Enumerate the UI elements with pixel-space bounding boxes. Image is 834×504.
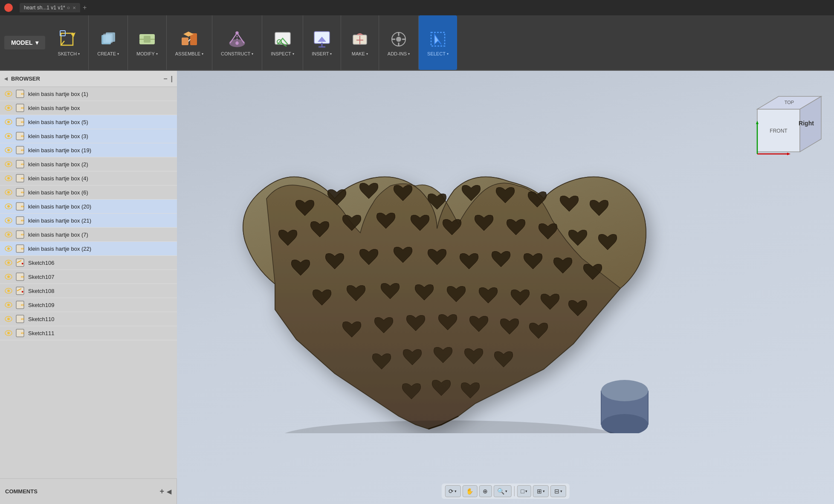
svg-point-27: [396, 37, 401, 42]
modify-button[interactable]: MODIFY ▾: [133, 27, 161, 58]
create-icon: [98, 29, 119, 49]
make-button[interactable]: MAKE ▾: [346, 27, 374, 58]
browser-item-2[interactable]: ✏klein basis hartje box: [0, 101, 177, 115]
orbit-button[interactable]: ⟳ ▾: [445, 485, 460, 497]
tab-close-button[interactable]: ✕: [72, 6, 76, 10]
grid-button[interactable]: ⊞ ▾: [533, 485, 549, 497]
comments-bar: COMMENTS + ◀: [0, 478, 177, 504]
assemble-icon: [179, 29, 200, 49]
3d-viewport[interactable]: Right FRONT TOP ⟳ ▾ ✋ ⊕ 🔍 ▾: [177, 71, 834, 504]
browser-item-5[interactable]: ✏klein basis hartje box (19): [0, 143, 177, 157]
zoom-icon: 🔍: [497, 488, 504, 495]
toolbar-group-select: SELECT ▾: [419, 15, 457, 70]
grid-arrow: ▾: [543, 489, 545, 493]
browser-item-10[interactable]: ✏klein basis hartje box (21): [0, 214, 177, 228]
visibility-icon-2[interactable]: [4, 104, 13, 112]
browser-item-label-4: klein basis hartje box (3): [28, 133, 88, 139]
select-button[interactable]: SELECT ▾: [424, 27, 452, 58]
visibility-icon-9[interactable]: [4, 202, 13, 211]
browser-item-6[interactable]: ✏klein basis hartje box (2): [0, 157, 177, 171]
visibility-icon-12[interactable]: [4, 244, 13, 253]
model-dropdown-arrow: ▾: [35, 39, 38, 46]
new-tab-button[interactable]: +: [83, 4, 87, 12]
visibility-icon-3[interactable]: [4, 118, 13, 126]
create-button[interactable]: CREATE ▾: [94, 27, 122, 58]
addins-button[interactable]: ADD-INS ▾: [384, 27, 413, 58]
comments-collapse-button[interactable]: ◀: [167, 488, 171, 495]
visibility-icon-1[interactable]: [4, 90, 13, 98]
visibility-icon-17[interactable]: [4, 315, 13, 323]
browser-item-label-2: klein basis hartje box: [28, 105, 80, 111]
visibility-icon-10[interactable]: [4, 216, 13, 225]
display-mode-button[interactable]: □ ▾: [517, 485, 531, 497]
browser-item-18[interactable]: ✏Sketch111: [0, 326, 177, 340]
visibility-icon-5[interactable]: [4, 146, 13, 154]
svg-point-114: [279, 420, 620, 433]
browser-item-17[interactable]: ✏Sketch110: [0, 312, 177, 326]
browser-item-label-12: klein basis hartje box (22): [28, 246, 91, 252]
select-label: SELECT ▾: [427, 51, 449, 56]
browser-item-3[interactable]: ✏klein basis hartje box (5): [0, 115, 177, 129]
svg-text:✏: ✏: [21, 232, 24, 237]
insert-button[interactable]: INSERT ▾: [308, 27, 336, 58]
viewcube-svg[interactable]: Right FRONT TOP: [740, 79, 825, 165]
visibility-icon-14[interactable]: [4, 272, 13, 281]
browser-item-7[interactable]: ✏klein basis hartje box (4): [0, 171, 177, 185]
visibility-icon-18[interactable]: [4, 329, 13, 337]
construct-icon: [227, 29, 247, 49]
browser-collapse-arrow[interactable]: ◀: [4, 76, 8, 81]
browser-divider-handle[interactable]: |: [171, 75, 173, 83]
view-cube[interactable]: Right FRONT TOP: [740, 79, 825, 173]
item-type-icon-10: ✏: [15, 216, 25, 225]
view-settings-arrow: ▾: [560, 489, 562, 493]
visibility-icon-15[interactable]: [4, 287, 13, 295]
sketch-button[interactable]: SKETCH ▾: [55, 27, 84, 58]
zoom-fit-icon: ⊕: [483, 488, 488, 495]
browser-minus-button[interactable]: −: [163, 75, 167, 83]
visibility-icon-4[interactable]: [4, 132, 13, 140]
browser-item-label-9: klein basis hartje box (20): [28, 203, 91, 210]
browser-item-12[interactable]: ✏klein basis hartje box (22): [0, 242, 177, 256]
browser-item-15[interactable]: ●Sketch108: [0, 284, 177, 298]
tab-unsaved-indicator: ○: [67, 5, 70, 11]
browser-item-13[interactable]: ●Sketch106: [0, 256, 177, 270]
svg-point-101: [7, 318, 10, 320]
assemble-button[interactable]: ASSEMBLE ▾: [172, 27, 207, 58]
svg-point-51: [7, 149, 10, 151]
browser-item-1[interactable]: ✏klein basis hartje box (1): [0, 87, 177, 101]
view-settings-button[interactable]: ⊟ ▾: [550, 485, 566, 497]
browser-header: ◀ BROWSER − |: [0, 71, 177, 87]
svg-point-59: [7, 177, 10, 180]
visibility-icon-13[interactable]: [4, 258, 13, 267]
visibility-icon-6[interactable]: [4, 160, 13, 168]
browser-item-4[interactable]: ✏klein basis hartje box (3): [0, 129, 177, 143]
svg-point-17: [235, 32, 238, 35]
zoom-button[interactable]: 🔍 ▾: [493, 485, 511, 497]
svg-text:✏: ✏: [21, 92, 24, 96]
file-tab[interactable]: heart sh...1 v1 v1* ○ ✕: [20, 3, 80, 12]
inspect-button[interactable]: INSPECT ▾: [267, 27, 298, 58]
zoom-fit-button[interactable]: ⊕: [479, 485, 492, 497]
item-type-icon-7: ✏: [15, 174, 25, 183]
pan-button[interactable]: ✋: [462, 485, 477, 497]
construct-button[interactable]: CONSTRUCT ▾: [217, 27, 257, 58]
visibility-icon-16[interactable]: [4, 301, 13, 309]
browser-item-11[interactable]: ✏klein basis hartje box (7): [0, 228, 177, 242]
comments-add-button[interactable]: +: [159, 487, 164, 496]
browser-item-14[interactable]: ✏Sketch107: [0, 270, 177, 284]
item-type-icon-8: ✏: [15, 188, 25, 197]
browser-title: BROWSER: [11, 75, 40, 82]
browser-item-9[interactable]: ✏klein basis hartje box (20): [0, 200, 177, 214]
svg-text:✏: ✏: [21, 331, 24, 336]
visibility-icon-7[interactable]: [4, 174, 13, 182]
model-button[interactable]: MODEL ▾: [4, 36, 45, 49]
visibility-icon-8[interactable]: [4, 188, 13, 197]
svg-rect-9: [144, 36, 151, 43]
browser-item-16[interactable]: ✏Sketch109: [0, 298, 177, 312]
svg-point-55: [7, 163, 10, 165]
svg-marker-122: [787, 153, 791, 155]
visibility-icon-11[interactable]: [4, 230, 13, 239]
browser-item-8[interactable]: ✏klein basis hartje box (6): [0, 185, 177, 200]
addins-icon: [388, 29, 409, 49]
svg-text:✏: ✏: [21, 148, 24, 153]
